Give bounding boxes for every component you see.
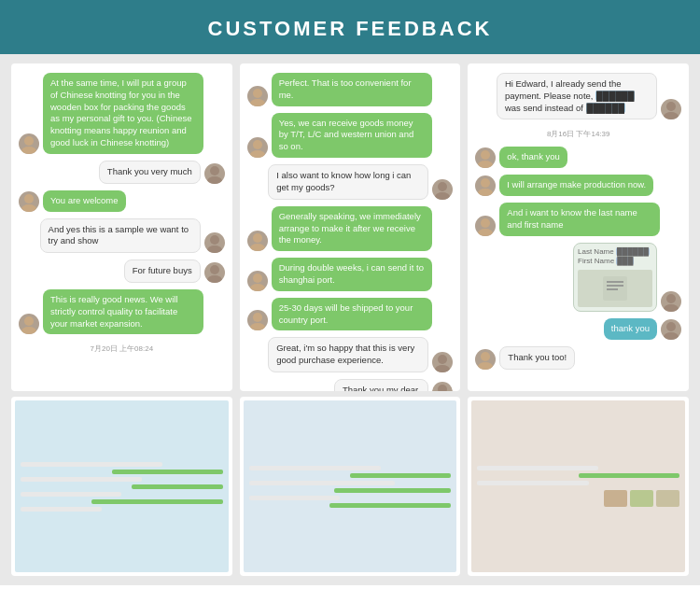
- svg-point-22: [253, 313, 262, 322]
- svg-point-1: [21, 147, 36, 154]
- avatar: [247, 231, 268, 251]
- chat-bubble: Thank you too!: [499, 346, 575, 370]
- thumb-line: [21, 507, 102, 512]
- thumb-line: [249, 496, 341, 500]
- chat-row: I also want to know how long i can get m…: [247, 164, 454, 200]
- chat-row: This is really good news. We will strict…: [19, 289, 225, 334]
- avatar: [661, 319, 681, 340]
- chat-bubble-thank-you: thank you: [604, 318, 657, 340]
- chat-bubble: Great, i'm so happy that this is very go…: [268, 337, 428, 372]
- svg-point-11: [21, 327, 36, 334]
- timestamp: 7月20日 上午08:24: [19, 344, 225, 354]
- page-wrapper: CUSTOMER FEEDBACK At the same time, I wi…: [0, 0, 700, 589]
- chat-bubble: Yes, we can receive goods money by T/T, …: [272, 113, 432, 158]
- svg-point-43: [664, 332, 679, 340]
- svg-point-26: [438, 385, 447, 391]
- chat-bubble: This is really good news. We will strict…: [43, 289, 203, 334]
- chat-row: 25-30 days will be shipped to your count…: [247, 298, 454, 331]
- svg-point-15: [250, 150, 265, 158]
- avatar: [432, 352, 453, 372]
- svg-point-33: [478, 189, 493, 196]
- thumb-line: [477, 481, 588, 485]
- avatar: [19, 314, 39, 334]
- chat-bubble: Perfect. That is too convenient for me.: [272, 73, 432, 106]
- svg-point-14: [253, 140, 262, 149]
- svg-point-36: [666, 294, 676, 303]
- thumb-line: [21, 477, 142, 482]
- svg-point-42: [666, 322, 676, 331]
- chat-bubble: For future buys: [124, 259, 201, 283]
- chat-row: You are welcome: [19, 190, 225, 212]
- chat-bubble: 25-30 days will be shipped to your count…: [272, 298, 432, 331]
- column-3: Hi Edward, I already send the payment. P…: [464, 63, 693, 576]
- thumb-line: [329, 503, 451, 508]
- avatar: [475, 147, 496, 168]
- screenshot-panel-2: [240, 397, 461, 576]
- avatar: [661, 291, 681, 312]
- chat-row: And yes this is a sample we want to try …: [19, 218, 225, 254]
- chat-bubble: Generally speaking, we immediately arran…: [272, 206, 432, 251]
- chat-panel-3: Hi Edward, I already send the payment. P…: [468, 63, 689, 391]
- chat-row: ok, thank you: [475, 147, 681, 168]
- chat-row: Yes, we can receive goods money by T/T, …: [247, 113, 454, 158]
- screenshot-thumb-3: [471, 400, 685, 572]
- avatar: [247, 271, 268, 291]
- avatar: [475, 216, 496, 236]
- chat-panel-1: At the same time, I will put a group of …: [11, 63, 232, 391]
- thumb-line: [350, 473, 451, 478]
- chat-row: Perfect. That is too convenient for me.: [247, 73, 454, 106]
- svg-point-32: [481, 178, 490, 188]
- avatar: [432, 179, 453, 200]
- svg-point-3: [207, 176, 222, 184]
- chat-row: And i want to know the last name and fir…: [475, 203, 681, 236]
- svg-point-25: [435, 365, 450, 372]
- svg-point-35: [478, 229, 493, 236]
- chat-panel-2: Perfect. That is too convenient for me. …: [240, 63, 461, 391]
- chat-bubble: I also want to know how long i can get m…: [268, 164, 428, 200]
- chat-bubble: ok, thank you: [499, 147, 567, 168]
- svg-point-4: [24, 194, 34, 203]
- avatar: [19, 133, 39, 154]
- svg-point-20: [253, 273, 262, 283]
- svg-point-44: [481, 352, 490, 361]
- chat-bubble: Hi Edward, I already send the payment. P…: [497, 73, 657, 119]
- thumb-lines: [244, 462, 457, 512]
- svg-point-10: [24, 316, 34, 326]
- chat-bubble-you-are-welcome: You are welcome: [43, 190, 126, 212]
- svg-point-16: [438, 182, 447, 191]
- avatar: [247, 137, 268, 158]
- svg-point-28: [666, 102, 676, 111]
- column-2: Perfect. That is too convenient for me. …: [236, 63, 465, 576]
- avatar: [247, 86, 268, 106]
- thumb-line: [249, 481, 395, 485]
- chat-bubble: And yes this is a sample we want to try …: [40, 218, 201, 254]
- column-1: At the same time, I will put a group of …: [7, 63, 236, 576]
- screenshot-thumb-1: [15, 400, 229, 572]
- svg-point-9: [207, 275, 222, 283]
- svg-point-34: [481, 218, 490, 228]
- chat-bubble: At the same time, I will put a group of …: [43, 73, 203, 154]
- chat-bubble: Thank you very much: [99, 161, 201, 184]
- svg-point-0: [24, 136, 34, 146]
- chat-row: At the same time, I will put a group of …: [19, 73, 225, 154]
- svg-point-13: [250, 99, 265, 106]
- svg-point-12: [253, 89, 262, 98]
- svg-point-31: [478, 161, 493, 168]
- chat-row: Thank you too!: [475, 346, 681, 370]
- chat-bubble: And i want to know the last name and fir…: [499, 203, 660, 236]
- avatar: [247, 310, 268, 330]
- chat-row: During double weeks, i can send it to sh…: [247, 258, 454, 291]
- svg-point-18: [253, 233, 262, 243]
- avatar: [204, 232, 225, 253]
- timestamp: 8月16日 下午14:39: [475, 129, 681, 139]
- avatar: [204, 262, 225, 283]
- avatar: [204, 163, 225, 184]
- screenshot-panel-1: [11, 397, 232, 576]
- svg-point-23: [250, 323, 265, 330]
- svg-point-8: [210, 265, 219, 274]
- thumb-line: [477, 466, 598, 470]
- chat-row: Thank you my dear.: [247, 379, 454, 391]
- svg-point-19: [250, 244, 265, 251]
- thumb-line: [21, 492, 121, 497]
- chat-bubble: I will arrange make production now.: [499, 175, 653, 196]
